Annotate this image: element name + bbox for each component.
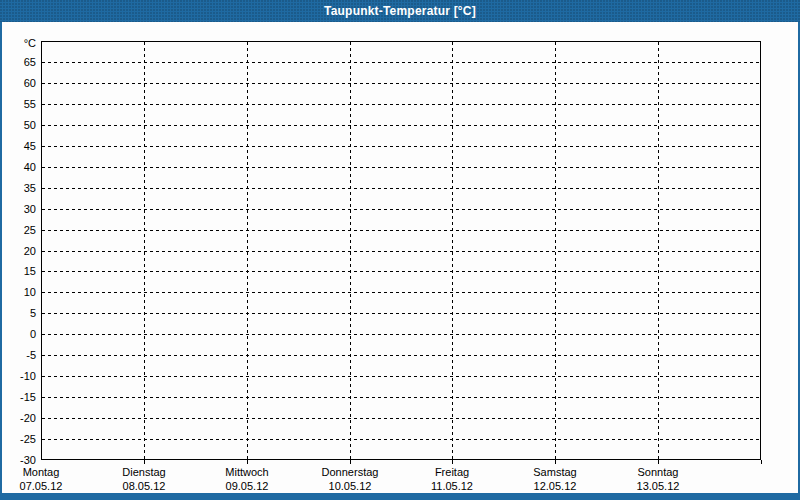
y-tick-label: 45 <box>0 139 36 153</box>
x-tick-mark <box>144 460 145 464</box>
chart-title: Taupunkt-Temperatur [°C] <box>324 4 476 18</box>
h-gridline <box>42 167 760 168</box>
h-gridline <box>42 83 760 84</box>
y-tick-label: 0 <box>0 327 36 341</box>
h-gridline <box>42 251 760 252</box>
h-gridline <box>42 271 760 272</box>
x-day-label: Mittwoch <box>195 466 299 479</box>
h-gridline <box>42 125 760 126</box>
y-tick-label: 35 <box>0 181 36 195</box>
y-tick-label: -5 <box>0 348 36 362</box>
x-tick-mark <box>350 460 351 464</box>
v-gridline <box>247 42 248 459</box>
v-gridline <box>350 42 351 459</box>
x-date-label: 09.05.12 <box>195 480 299 493</box>
h-gridline <box>42 230 760 231</box>
x-day-label: Montag <box>0 466 93 479</box>
h-gridline <box>42 209 760 210</box>
x-date-label: 13.05.12 <box>606 480 710 493</box>
chart-area: °C 65605550454035302520151050-5-10-15-20… <box>0 22 800 493</box>
y-tick-label: -30 <box>0 453 36 467</box>
x-date-label: 08.05.12 <box>92 480 196 493</box>
y-axis-unit-label: °C <box>0 36 36 50</box>
v-gridline <box>452 42 453 459</box>
y-tick-label: -20 <box>0 411 36 425</box>
chart-window: Taupunkt-Temperatur [°C] °C 656055504540… <box>0 0 800 500</box>
h-gridline <box>42 62 760 63</box>
x-tick-mark <box>761 460 762 464</box>
y-tick-label: 20 <box>0 244 36 258</box>
h-gridline <box>42 397 760 398</box>
x-date-label: 12.05.12 <box>503 480 607 493</box>
x-day-label: Samstag <box>503 466 607 479</box>
x-date-label: 10.05.12 <box>298 480 402 493</box>
x-day-label: Freitag <box>400 466 504 479</box>
h-gridline <box>42 439 760 440</box>
h-gridline <box>42 418 760 419</box>
h-gridline <box>42 188 760 189</box>
x-tick-mark <box>247 460 248 464</box>
h-gridline <box>42 146 760 147</box>
y-tick-label: 50 <box>0 118 36 132</box>
x-tick-mark <box>555 460 556 464</box>
y-tick-label: 60 <box>0 76 36 90</box>
x-day-label: Donnerstag <box>298 466 402 479</box>
h-gridline <box>42 334 760 335</box>
y-tick-label: 55 <box>0 97 36 111</box>
y-tick-label: 15 <box>0 264 36 278</box>
v-gridline <box>658 42 659 459</box>
h-gridline <box>42 104 760 105</box>
x-tick-mark <box>452 460 453 464</box>
x-day-label: Dienstag <box>92 466 196 479</box>
y-tick-label: 40 <box>0 160 36 174</box>
y-tick-label: 5 <box>0 306 36 320</box>
x-tick-mark <box>658 460 659 464</box>
y-tick-label: 25 <box>0 223 36 237</box>
y-tick-label: 10 <box>0 285 36 299</box>
v-gridline <box>144 42 145 459</box>
h-gridline <box>42 376 760 377</box>
v-gridline <box>555 42 556 459</box>
y-tick-label: -25 <box>0 432 36 446</box>
h-gridline <box>42 355 760 356</box>
h-gridline <box>42 313 760 314</box>
x-day-label: Sonntag <box>606 466 710 479</box>
window-border-left <box>0 22 2 500</box>
x-date-label: 07.05.12 <box>0 480 93 493</box>
x-date-label: 11.05.12 <box>400 480 504 493</box>
y-tick-label: -15 <box>0 390 36 404</box>
bottom-bar <box>0 493 800 500</box>
y-tick-label: 65 <box>0 55 36 69</box>
h-gridline <box>42 292 760 293</box>
y-tick-label: -10 <box>0 369 36 383</box>
y-tick-label: 30 <box>0 202 36 216</box>
title-bar: Taupunkt-Temperatur [°C] <box>0 0 800 22</box>
